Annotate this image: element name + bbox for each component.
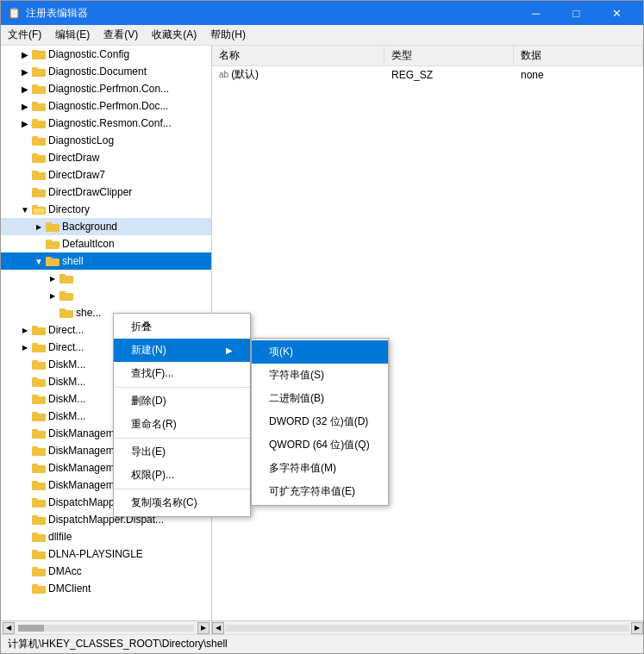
status-bar: 计算机\HKEY_CLASSES_ROOT\Directory\shell: [1, 634, 643, 653]
arrow-empty: [18, 149, 32, 166]
tree-item-shell[interactable]: ▼ shell: [1, 252, 211, 270]
tree-label: Diagnostic.Resmon.Conf...: [48, 117, 172, 129]
svg-rect-49: [32, 448, 46, 456]
tree-item[interactable]: ▶: [1, 270, 211, 287]
minimize-button[interactable]: ─: [516, 1, 555, 25]
ctx-item-copy-name[interactable]: 复制项名称(C): [114, 491, 250, 514]
col-header-name[interactable]: 名称: [212, 46, 385, 65]
arrow-empty: [18, 563, 32, 580]
col-header-data[interactable]: 数据: [514, 46, 643, 65]
ctx-item-new[interactable]: 新建(N) ▶: [114, 339, 250, 362]
svg-rect-16: [32, 172, 46, 180]
tree-label: Direct...: [48, 341, 84, 353]
tree-label: DiagnosticLog: [48, 134, 114, 146]
tree-item[interactable]: DMClient: [1, 580, 211, 597]
svg-rect-57: [32, 517, 46, 525]
scroll-right-btn[interactable]: ▶: [197, 622, 209, 634]
menu-edit[interactable]: 编辑(E): [48, 25, 97, 45]
tree-label: DirectDrawClipper: [48, 186, 132, 198]
ctx-item-delete[interactable]: 删除(D): [114, 389, 250, 413]
tree-item[interactable]: ▶ Diagnostic.Perfmon.Doc...: [1, 97, 211, 115]
tree-label: DiskM...: [48, 393, 85, 405]
submenu-item-item[interactable]: 项(K): [252, 340, 388, 364]
title-bar: 📋 注册表编辑器 ─ □ ✕: [1, 1, 643, 25]
tree-label: Diagnostic.Config: [48, 48, 129, 60]
submenu-item-qword[interactable]: QWORD (64 位)值(Q): [252, 433, 388, 457]
ctx-separator: [114, 387, 250, 388]
content-hscroll[interactable]: ◀ ▶: [212, 621, 643, 634]
tree-item[interactable]: ▶ Diagnostic.Config: [1, 46, 211, 63]
svg-rect-10: [32, 121, 46, 128]
arrow-empty: [18, 476, 32, 494]
expand-arrow: ▶: [32, 218, 46, 235]
tree-item[interactable]: ▶ Diagnostic.Perfmon.Con...: [1, 80, 211, 97]
tree-item-background[interactable]: ▶ Background: [1, 218, 211, 235]
submenu-arrow: ▶: [226, 346, 233, 355]
ctx-label-export: 导出(E): [131, 445, 166, 459]
tree-item[interactable]: DiagnosticLog: [1, 132, 211, 149]
submenu-label-qword: QWORD (64 位)值(Q): [269, 439, 370, 451]
scroll-left-btn2[interactable]: ◀: [212, 622, 224, 634]
tree-item[interactable]: DefaultIcon: [1, 235, 211, 252]
ctx-item-permissions[interactable]: 权限(P)...: [114, 464, 250, 487]
tree-label: DMClient: [48, 582, 91, 595]
svg-rect-45: [32, 414, 46, 421]
menu-help[interactable]: 帮助(H): [203, 25, 253, 45]
tree-item[interactable]: DLNA-PLAYSINGLE: [1, 545, 211, 563]
submenu-item-binary[interactable]: 二进制值(B): [252, 387, 388, 410]
cell-type: REG_SZ: [385, 69, 514, 81]
expand-arrow: ▼: [32, 252, 46, 270]
scroll-left-btn[interactable]: ◀: [3, 622, 15, 634]
folder-open-icon: [46, 254, 59, 268]
menu-view[interactable]: 查看(V): [97, 25, 145, 45]
col-header-type[interactable]: 类型: [385, 46, 514, 65]
scroll-track[interactable]: [18, 625, 194, 632]
submenu-item-dword[interactable]: DWORD (32 位)值(D): [252, 410, 388, 433]
svg-rect-23: [46, 224, 59, 232]
svg-rect-36: [32, 326, 38, 328]
submenu-label-item: 项(K): [269, 346, 293, 358]
svg-rect-2: [32, 50, 38, 52]
folder-icon: [32, 427, 46, 440]
ctx-item-rename[interactable]: 重命名(R): [114, 413, 250, 436]
scroll-thumb[interactable]: [18, 625, 44, 632]
content-row[interactable]: ab (默认) REG_SZ none: [212, 66, 643, 84]
tree-item[interactable]: dllfile: [1, 528, 211, 545]
svg-rect-38: [32, 343, 38, 346]
tree-item-directory[interactable]: ▼ Directory: [1, 201, 211, 218]
tree-item[interactable]: DirectDrawClipper: [1, 184, 211, 201]
tree-item[interactable]: DirectDraw7: [1, 166, 211, 184]
tree-hscroll[interactable]: ◀ ▶: [1, 621, 212, 634]
close-button[interactable]: ✕: [597, 1, 636, 25]
folder-icon: [32, 582, 46, 595]
svg-rect-66: [32, 584, 38, 587]
ctx-item-export[interactable]: 导出(E): [114, 440, 250, 464]
arrow-empty: [18, 166, 32, 184]
svg-rect-24: [46, 222, 52, 225]
tree-item[interactable]: DMAcc: [1, 563, 211, 580]
tree-item[interactable]: DirectDraw: [1, 149, 211, 166]
cell-name: ab (默认): [212, 67, 385, 82]
scroll-right-btn2[interactable]: ▶: [631, 622, 643, 634]
ctx-item-find[interactable]: 查找(F)...: [114, 362, 250, 385]
tree-label: DefaultIcon: [62, 238, 115, 250]
ctx-item-collapse[interactable]: 折叠: [114, 315, 250, 339]
submenu-label-string: 字符串值(S): [269, 369, 324, 381]
svg-rect-19: [32, 188, 38, 190]
submenu-label-expand-string: 可扩充字符串值(E): [269, 485, 355, 497]
arrow: ▶: [18, 63, 32, 80]
scroll-track2[interactable]: [226, 625, 629, 632]
submenu-item-multi-string[interactable]: 多字符串值(M): [252, 457, 388, 480]
menu-file[interactable]: 文件(F): [1, 25, 48, 45]
tree-label: DiskM...: [48, 410, 85, 422]
menu-favorites[interactable]: 收藏夹(A): [145, 25, 203, 45]
submenu-item-expand-string[interactable]: 可扩充字符串值(E): [252, 480, 388, 503]
submenu-item-string[interactable]: 字符串值(S): [252, 364, 388, 387]
svg-rect-37: [32, 345, 46, 352]
folder-icon: [32, 82, 46, 96]
tree-item[interactable]: ▶ Diagnostic.Resmon.Conf...: [1, 115, 211, 132]
tree-item[interactable]: ▶: [1, 287, 211, 304]
tree-item[interactable]: ▶ Diagnostic.Document: [1, 63, 211, 80]
maximize-button[interactable]: □: [557, 1, 596, 25]
submenu-label-multi-string: 多字符串值(M): [269, 462, 336, 474]
